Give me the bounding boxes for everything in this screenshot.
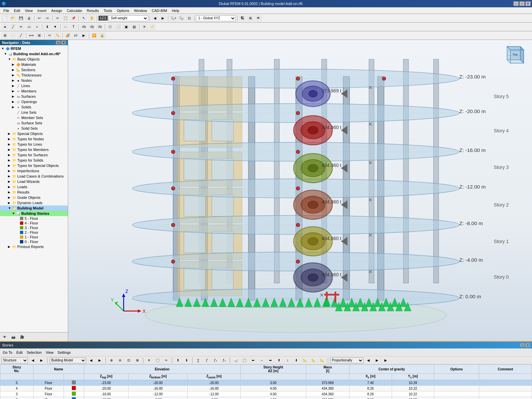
tb-move[interactable]: ✋ (88, 15, 95, 22)
tb-new[interactable]: 📄 (1, 15, 9, 22)
tb-open[interactable]: 📂 (9, 15, 17, 22)
tb-calc[interactable]: ⚡ (149, 24, 156, 30)
stories-tb15[interactable]: ⬆ (275, 357, 283, 364)
tb-dimension[interactable]: ↔ (62, 24, 69, 30)
viewport-3d[interactable]: Top Z: -23.00 m Z: -20.00 m Z: -16.00 (68, 40, 532, 341)
menu-cadbim[interactable]: CAD-BIM (150, 8, 169, 13)
stories-tb9[interactable]: ∑ (195, 357, 202, 364)
maximize-button[interactable]: □ (519, 1, 525, 6)
coord-system-combo[interactable]: 1 - Global XYZ (196, 15, 236, 21)
tb-rotate-x[interactable]: ↺x (80, 24, 87, 30)
nav-floor-0[interactable]: 0 - Floor (0, 239, 68, 244)
prop-next[interactable]: ▶ (373, 357, 381, 364)
nav-surface-sets[interactable]: ▭ Surface Sets (0, 120, 68, 126)
nav-cube[interactable]: Top (502, 43, 529, 70)
tb-rotate-y[interactable]: ↺y (88, 24, 95, 30)
model-next[interactable]: ▶ (96, 357, 103, 364)
nav-nodes[interactable]: ▶ ● Nodes (0, 78, 68, 83)
stories-tb4[interactable]: ⊞ (134, 357, 141, 364)
menu-window[interactable]: Window (132, 8, 149, 13)
stories-align-l[interactable]: ⬅ (249, 357, 257, 364)
nav-surfaces[interactable]: ▶ ▭ Surfaces (0, 94, 68, 99)
menu-help[interactable]: Help (170, 8, 182, 13)
stories-tb19[interactable]: 📐 (310, 357, 317, 364)
stories-tb17[interactable]: ⬇ (293, 357, 300, 364)
stories-tb11[interactable]: ƒₓ (212, 357, 219, 364)
nav-load-cases[interactable]: ▶ 📁 Load Cases & Combinations (0, 174, 68, 179)
nav-basic-objects[interactable]: ▼ 📁 Basic Objects (0, 57, 68, 62)
nav-types-surfaces[interactable]: ▶ 📁 Types for Surfaces (0, 152, 68, 158)
nav-lines[interactable]: ▶ ╱ Lines (0, 83, 68, 88)
tb-zoom-fit[interactable]: ⊡ (186, 15, 193, 22)
structure-combo[interactable]: Structure (1, 357, 28, 363)
tb-color-scale[interactable]: 🌈 (64, 32, 71, 39)
nav-members[interactable]: ▶ ━ Members (0, 88, 68, 94)
nav-loads[interactable]: ▶ 📁 Loads (0, 184, 68, 190)
nav-results[interactable]: ▶ 📁 Results (0, 190, 68, 195)
nav-solids[interactable]: ▶ ▪ Solids (0, 104, 68, 110)
nav-types-special[interactable]: ▶ 📁 Types for Special Objects (0, 163, 68, 168)
tb-filter[interactable]: 🔽 (90, 32, 98, 39)
load-case-combo[interactable]: Self-weight (108, 15, 148, 21)
stories-tb7[interactable]: ⬆ (174, 357, 182, 364)
tb-paste[interactable]: 📌 (70, 15, 77, 22)
nav-solid-sets[interactable]: ▪ Solid Sets (0, 126, 68, 131)
model-prev[interactable]: ◀ (87, 357, 95, 364)
nav-types-nodes[interactable]: ▶ 📁 Types for Nodes (0, 136, 68, 142)
nav-eye-btn[interactable]: 👁 (1, 333, 8, 340)
stories-tb8[interactable]: ⬇ (183, 357, 190, 364)
table-row[interactable]: 5 Floor -23.00 -20.00 -20.00 3.00 373.96… (0, 380, 532, 386)
nav-imperfections[interactable]: ▶ 📁 Imperfections (0, 168, 68, 174)
tb-support[interactable]: ▼ (52, 24, 59, 30)
nav-guide-objects[interactable]: ▶ 📁 Guide Objects (0, 195, 68, 200)
table-row[interactable]: 3 Floor -16.00 -12.00 -12.00 4.00 434.36… (0, 391, 532, 397)
tb-zoom-out[interactable]: 🔍- (178, 15, 185, 22)
proportionally-combo[interactable]: Proportionally (330, 357, 363, 363)
stories-align-c[interactable]: ↔ (258, 357, 265, 364)
nav-float-btn[interactable]: ◻ (56, 41, 61, 45)
menu-tools[interactable]: Tools (101, 8, 114, 13)
stories-align-r[interactable]: ➡ (267, 357, 274, 364)
stories-tb16[interactable]: ↕ (284, 357, 291, 364)
tb-surface[interactable]: ▭ (25, 24, 33, 30)
expand-icon[interactable]: ▼ (1, 47, 5, 50)
nav-floor-5[interactable]: 5 - Floor (0, 216, 68, 221)
stories-float-btn[interactable]: ◻ (520, 343, 525, 347)
tb-cut[interactable]: ✂ (54, 15, 61, 22)
nav-openings[interactable]: ▶ □ Openings (0, 99, 68, 104)
tb-load[interactable]: ⬇ (44, 24, 51, 30)
stories-tb13[interactable]: 📊 (232, 357, 239, 364)
expand-icon[interactable]: ▼ (4, 52, 7, 56)
tb-mirror[interactable]: ⟺ (28, 32, 35, 39)
prop-prev[interactable]: ◀ (365, 357, 372, 364)
tb-side[interactable]: ▤ (130, 24, 138, 30)
model-combo[interactable]: Building Model (50, 357, 86, 363)
stories-tb10[interactable]: ƒ (203, 357, 210, 364)
nav-materials[interactable]: ▶ 🔶 Materials (0, 62, 68, 67)
tb-copy[interactable]: 📋 (62, 15, 69, 22)
nav-types-solids[interactable]: ▶ 📁 Types for Solids (0, 158, 68, 163)
stories-close-btn[interactable]: ✕ (525, 343, 530, 347)
stories-del[interactable]: ✕ (145, 357, 153, 364)
menu-options[interactable]: Options (115, 8, 131, 13)
menu-assign[interactable]: Assign (49, 8, 64, 13)
stories-tb3[interactable]: ⊡ (125, 357, 132, 364)
nav-floor-1[interactable]: 1 - Floor (0, 235, 68, 239)
menu-results[interactable]: Results (85, 8, 101, 13)
tb-display[interactable]: 👁 (255, 15, 262, 22)
stories-view[interactable]: View (44, 350, 55, 355)
tb-delete[interactable]: ✕ (141, 24, 148, 30)
stories-tb6[interactable]: ✂ (163, 357, 170, 364)
menu-edit[interactable]: Edit (12, 8, 22, 13)
tb-top[interactable]: ⬜ (114, 24, 122, 30)
tb-isometric[interactable]: ⬡ (106, 24, 114, 30)
tb-section-cut[interactable]: ✂ (46, 32, 53, 39)
tb-print[interactable]: 🖨 (25, 15, 33, 22)
tb-measure[interactable]: 📏 (54, 32, 61, 39)
nav-printout-reports[interactable]: ▶ 📁 Printout Reports (0, 244, 68, 249)
stories-tb20[interactable]: 📐 (319, 357, 326, 364)
nav-close-btn[interactable]: ✕ (61, 41, 66, 45)
stories-tb14[interactable]: 📋 (241, 357, 248, 364)
tb-save[interactable]: 💾 (17, 15, 25, 22)
tb-line[interactable]: ╱ (9, 24, 17, 30)
